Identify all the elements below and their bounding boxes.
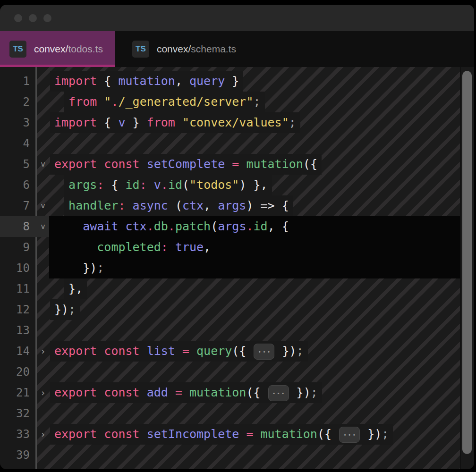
code-line[interactable]: 39 (0, 445, 460, 465)
line-number: 7 (0, 195, 37, 216)
tab-bar: TS convex/todos.ts TS convex/schema.ts (0, 31, 474, 67)
fold-column (37, 362, 49, 382)
typescript-file-icon: TS (132, 41, 149, 58)
line-number: 3 (0, 112, 37, 133)
fold-column (37, 258, 49, 278)
scrollbar-track[interactable] (460, 67, 474, 469)
code-line[interactable]: 21›export const add = mutation({ ••• }); (0, 382, 460, 403)
code-rows: 1import { mutation, query }2from "./_gen… (0, 71, 460, 465)
code-line[interactable]: 33›export const setIncomplete = mutation… (0, 424, 460, 445)
code-line[interactable]: 10}); (0, 258, 460, 278)
code-text: }); (78, 258, 108, 278)
scrollbar-thumb[interactable] (462, 71, 472, 454)
typescript-file-icon: TS (9, 41, 26, 58)
fold-column (37, 92, 49, 112)
line-number: 11 (0, 278, 37, 299)
code-line[interactable]: 4 (0, 133, 460, 154)
code-text: await ctx.db.patch(args.id, { (78, 216, 293, 237)
line-number: 12 (0, 299, 37, 320)
code-content: import { v } from "convex/values"; (49, 112, 460, 133)
code-line[interactable]: 3import { v } from "convex/values"; (0, 112, 460, 133)
line-number: 14 (0, 341, 37, 362)
line-number: 20 (0, 362, 37, 382)
fold-column (37, 175, 49, 195)
code-line[interactable]: 1import { mutation, query } (0, 71, 460, 92)
editor-window: TS convex/todos.ts TS convex/schema.ts 1… (0, 5, 474, 469)
titlebar[interactable] (0, 5, 474, 31)
line-number: 1 (0, 71, 37, 92)
code-line[interactable]: 12}); (0, 299, 460, 320)
code-content (49, 320, 460, 341)
line-number: 5 (0, 154, 37, 175)
code-line[interactable]: 2from "./_generated/server"; (0, 92, 460, 112)
code-text: export const setComplete = mutation({ (50, 154, 322, 175)
code-line[interactable]: 5vexport const setComplete = mutation({ (0, 154, 460, 175)
fold-column (37, 320, 49, 341)
code-line[interactable]: 11}, (0, 278, 460, 299)
code-content: }, (49, 278, 460, 299)
fold-column (37, 237, 49, 258)
line-number: 2 (0, 92, 37, 112)
code-content: args: { id: v.id("todos") }, (49, 175, 460, 195)
code-line[interactable]: 20 (0, 362, 460, 382)
tab-convex-todos[interactable]: TS convex/todos.ts (0, 31, 115, 67)
fold-toggle-down-icon[interactable]: v (37, 195, 49, 216)
code-line[interactable]: 8vawait ctx.db.patch(args.id, { (0, 216, 460, 237)
code-text: }, (64, 278, 87, 299)
fold-toggle-down-icon[interactable]: v (37, 154, 49, 175)
code-text: export const add = mutation({ ••• }); (50, 382, 322, 403)
line-number: 32 (0, 403, 37, 424)
line-number: 10 (0, 258, 37, 278)
code-line[interactable]: 6args: { id: v.id("todos") }, (0, 175, 460, 195)
code-editor: 1import { mutation, query }2from "./_gen… (0, 67, 474, 469)
fold-column (37, 278, 49, 299)
code-content: await ctx.db.patch(args.id, { (49, 216, 460, 237)
code-content (49, 445, 460, 465)
folded-code-ellipsis-button[interactable]: ••• (339, 427, 360, 443)
fold-column (37, 299, 49, 320)
code-content: export const setComplete = mutation({ (49, 154, 460, 175)
fold-column (37, 133, 49, 154)
tab-label: convex/todos.ts (34, 43, 103, 55)
fold-column (37, 445, 49, 465)
folded-code-ellipsis-button[interactable]: ••• (268, 385, 289, 401)
fold-toggle-right-icon[interactable]: › (37, 424, 49, 445)
fold-toggle-down-icon[interactable]: v (37, 216, 49, 237)
code-content (49, 403, 460, 424)
code-line[interactable]: 14›export const list = query({ ••• }); (0, 341, 460, 362)
code-line[interactable]: 13 (0, 320, 460, 341)
line-number: 21 (0, 382, 37, 403)
code-text: args: { id: v.id("todos") }, (64, 175, 272, 195)
code-line[interactable]: 7vhandler: async (ctx, args) => { (0, 195, 460, 216)
code-line[interactable]: 32 (0, 403, 460, 424)
fold-column (37, 112, 49, 133)
tab-label: convex/schema.ts (157, 43, 236, 55)
fold-toggle-right-icon[interactable]: › (37, 382, 49, 403)
code-text: completed: true, (93, 237, 215, 258)
line-number: 8 (0, 216, 37, 237)
code-content (49, 133, 460, 154)
traffic-light-close-button[interactable] (14, 14, 22, 22)
fold-toggle-right-icon[interactable]: › (37, 341, 49, 362)
code-text: export const list = query({ ••• }); (50, 341, 308, 362)
line-number: 33 (0, 424, 37, 445)
line-number: 9 (0, 237, 37, 258)
line-number: 6 (0, 175, 37, 195)
code-content: handler: async (ctx, args) => { (49, 195, 460, 216)
code-text: handler: async (ctx, args) => { (64, 195, 293, 216)
traffic-light-maximize-button[interactable] (43, 14, 51, 22)
fold-column (37, 71, 49, 92)
traffic-light-minimize-button[interactable] (29, 14, 37, 22)
code-content (49, 362, 460, 382)
code-content: export const setIncomplete = mutation({ … (49, 424, 460, 445)
code-line[interactable]: 9completed: true, (0, 237, 460, 258)
tab-convex-schema[interactable]: TS convex/schema.ts (123, 31, 248, 67)
code-text: export const setIncomplete = mutation({ … (50, 424, 393, 445)
code-text: import { v } from "convex/values"; (50, 112, 300, 133)
code-text: import { mutation, query } (50, 71, 243, 92)
code-text: from "./_generated/server"; (64, 92, 264, 112)
line-number: 13 (0, 320, 37, 341)
line-number: 39 (0, 445, 37, 465)
folded-code-ellipsis-button[interactable]: ••• (254, 344, 274, 360)
code-content: completed: true, (49, 237, 460, 258)
